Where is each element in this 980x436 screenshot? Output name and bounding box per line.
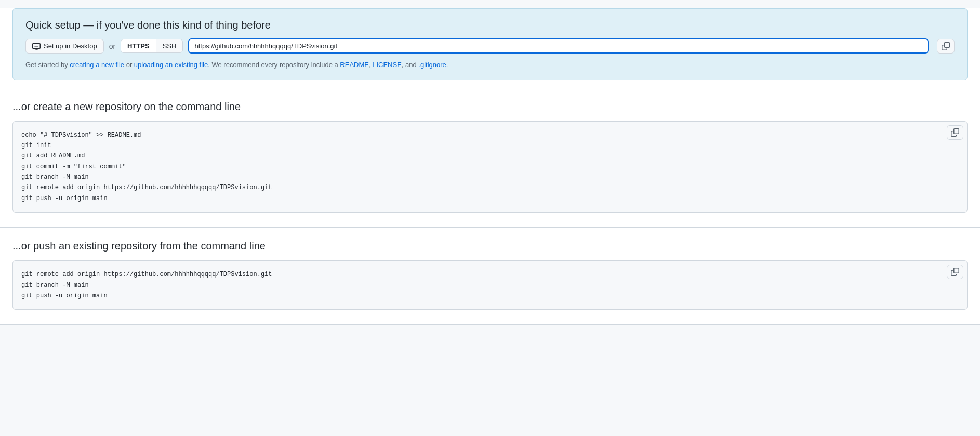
copy-push-repo-code-button[interactable] — [947, 265, 963, 279]
push-repo-section: ...or push an existing repository from t… — [0, 228, 980, 325]
new-repo-code-wrapper: echo "# TDPSvision" >> README.md git ini… — [12, 121, 968, 213]
https-button[interactable]: HTTPS — [121, 39, 156, 52]
hint-prefix: Get started by — [25, 61, 70, 69]
copy-icon — [942, 42, 950, 50]
quick-setup-hint: Get started by creating a new file or up… — [25, 60, 955, 70]
copy-url-button[interactable] — [937, 39, 955, 54]
page-container: Quick setup — if you've done this kind o… — [0, 8, 980, 325]
hint-suffix: . — [446, 61, 448, 69]
upload-existing-link[interactable]: uploading an existing file — [134, 61, 208, 69]
or-separator: or — [109, 42, 115, 50]
hint-mid4: , and — [402, 61, 419, 69]
setup-desktop-label: Set up in Desktop — [44, 42, 97, 50]
quick-setup-controls: Set up in Desktop or HTTPS SSH — [25, 38, 955, 54]
copy-push-repo-icon — [951, 268, 959, 276]
license-link[interactable]: LICENSE — [373, 61, 402, 69]
quick-setup-section: Quick setup — if you've done this kind o… — [12, 8, 968, 80]
protocol-group: HTTPS SSH — [121, 39, 183, 53]
repo-url-input[interactable] — [188, 38, 929, 54]
push-repo-code: git remote add origin https://github.com… — [12, 260, 968, 310]
create-new-file-link[interactable]: creating a new file — [70, 61, 124, 69]
ssh-button[interactable]: SSH — [156, 39, 183, 52]
url-input-wrapper — [188, 38, 929, 54]
push-repo-title: ...or push an existing repository from t… — [12, 240, 968, 252]
desktop-icon — [32, 42, 41, 50]
quick-setup-title: Quick setup — if you've done this kind o… — [25, 19, 955, 31]
copy-new-repo-icon — [951, 128, 959, 137]
new-repo-section: ...or create a new repository on the com… — [0, 88, 980, 228]
hint-mid2: . We recommend every repository include … — [208, 61, 340, 69]
push-repo-code-wrapper: git remote add origin https://github.com… — [12, 260, 968, 310]
hint-mid1: or — [124, 61, 134, 69]
setup-desktop-button[interactable]: Set up in Desktop — [25, 39, 104, 54]
new-repo-title: ...or create a new repository on the com… — [12, 101, 968, 113]
new-repo-code: echo "# TDPSvision" >> README.md git ini… — [12, 121, 968, 213]
readme-link[interactable]: README — [340, 61, 369, 69]
gitignore-link[interactable]: .gitignore — [418, 61, 446, 69]
copy-new-repo-code-button[interactable] — [947, 125, 963, 140]
